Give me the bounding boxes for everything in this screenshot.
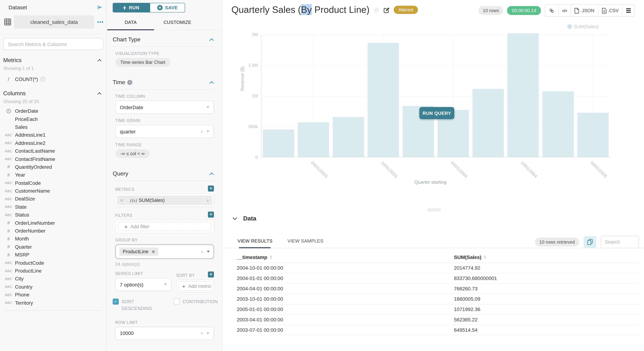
metrics-section-header[interactable]: Metrics — [3, 57, 102, 64]
row-limit-select[interactable]: 10000 × — [115, 327, 214, 340]
run-query-button[interactable]: RUN QUERY — [419, 107, 454, 119]
clear-icon[interactable]: × — [200, 330, 203, 336]
column-label: AddressLine1 — [15, 132, 46, 138]
time-section-header[interactable]: Timei — [113, 73, 214, 90]
add-sort-metric-dropzone[interactable]: + Add metric — [178, 282, 212, 291]
tab-data[interactable]: DATA — [107, 14, 154, 30]
column-item[interactable]: #Month — [3, 235, 106, 243]
search-metrics-columns-input[interactable] — [3, 38, 104, 50]
column-header-__timestamp[interactable]: __timestamp — [237, 254, 454, 260]
clear-icon[interactable]: × — [201, 249, 204, 254]
favorite-star-icon[interactable]: ☆ — [374, 6, 380, 14]
column-item[interactable]: ABCCountry — [3, 283, 106, 291]
remove-metric-icon[interactable]: × — [117, 198, 126, 203]
metrics-label: METRICS — [115, 187, 134, 192]
time-grain-label: TIME GRAIN — [115, 118, 214, 123]
columns-title: Columns — [3, 90, 26, 97]
collapse-panel-icon[interactable] — [97, 5, 102, 10]
chart-type-section-header[interactable]: Chart Type — [113, 30, 214, 47]
column-item[interactable]: #OrderLineNumber — [3, 219, 106, 227]
caret-down-icon — [206, 106, 209, 108]
view-query-button[interactable]: </> — [558, 5, 571, 16]
copy-data-button[interactable] — [584, 236, 596, 248]
chart-title[interactable]: Quarterly Sales (By Product Line) — [232, 4, 370, 15]
column-item[interactable]: ABCDealSize — [3, 195, 106, 203]
clear-icon[interactable]: × — [200, 128, 203, 134]
export-json-button[interactable]: .JSON — [571, 5, 598, 16]
column-item[interactable]: ABCAddressLine2 — [3, 139, 106, 147]
metric-item[interactable]: ƒ COUNT(*) ? — [3, 75, 106, 83]
column-item[interactable]: #QuantityOrdered — [3, 163, 106, 171]
sort-descending-checkbox[interactable]: ✓ — [113, 298, 119, 305]
column-item[interactable]: ABCPostalCode — [3, 179, 106, 187]
column-label: Sales — [15, 124, 28, 130]
help-icon[interactable]: ? — [40, 77, 45, 82]
dataset-menu-icon[interactable]: ••• — [97, 19, 104, 25]
data-section-title[interactable]: Data — [243, 215, 256, 222]
columns-section-header[interactable]: Columns — [3, 90, 102, 97]
chart-menu-button[interactable] — [622, 5, 634, 16]
text-type-icon: ABC — [3, 213, 14, 217]
column-item[interactable]: #OrderNumber — [3, 227, 106, 235]
text-type-icon: ABC — [3, 141, 14, 145]
column-item[interactable]: ABCProductLine — [3, 267, 106, 275]
export-csv-button[interactable]: .CSV — [598, 5, 622, 16]
run-button[interactable]: RUN — [113, 3, 150, 12]
time-range-value[interactable]: -∞ ≤ col < ∞ — [115, 149, 150, 158]
add-filter-dropzone[interactable]: + Add filter — [118, 222, 211, 231]
chevron-right-icon[interactable]: › — [203, 198, 212, 203]
column-label: MSRP — [15, 252, 30, 258]
column-item[interactable]: PriceEach — [3, 115, 106, 123]
tab-view-results[interactable]: VIEW RESULTS — [238, 238, 272, 244]
time-column-select[interactable]: OrderDate — [115, 100, 214, 114]
table-search-input[interactable] — [601, 236, 639, 248]
number-type-icon: # — [3, 236, 14, 242]
column-item[interactable]: ABCPhone — [3, 291, 106, 299]
column-item[interactable]: Sales — [3, 123, 106, 131]
y-axis-tick: 2M — [252, 32, 261, 37]
column-item[interactable]: ABCContactFirstName — [3, 155, 106, 163]
column-item[interactable]: #Year — [3, 171, 106, 179]
column-item[interactable]: ABCStatus — [3, 211, 106, 219]
tab-customize[interactable]: CUSTOMIZE — [154, 14, 201, 30]
caret-down-icon — [206, 130, 209, 132]
chart-legend[interactable]: SUM(Sales) — [567, 24, 599, 29]
column-header-SUM(Sales)[interactable]: SUM(Sales) — [454, 254, 639, 260]
column-item[interactable]: ABCProductCode — [3, 259, 106, 267]
column-item[interactable]: OrderDate — [3, 107, 106, 115]
group-by-select[interactable]: ProductLine✕ × — [115, 244, 214, 259]
column-item[interactable]: ABCContactLastName — [3, 147, 106, 155]
add-sort-metric-button[interactable]: + — [208, 272, 214, 278]
viz-type-value[interactable]: Time-series Bar Chart — [115, 58, 170, 67]
add-filter-button[interactable]: + — [208, 212, 214, 218]
dataset-name[interactable]: cleaned_sales_data — [14, 15, 94, 28]
column-item[interactable]: ABCTerritory — [3, 299, 106, 307]
column-label: Status — [15, 212, 29, 218]
remove-chip-icon[interactable]: ✕ — [152, 249, 155, 254]
column-item[interactable]: ABCCustomerName — [3, 187, 106, 195]
add-metric-button[interactable]: + — [208, 186, 214, 192]
edit-title-icon[interactable] — [384, 6, 390, 13]
columns-list: OrderDatePriceEachSalesABCAddressLine1AB… — [3, 107, 106, 307]
series-limit-select[interactable]: 7 option(s) — [115, 278, 172, 291]
save-button[interactable]: SAVE — [150, 3, 185, 12]
group-by-chip[interactable]: ProductLine✕ — [120, 248, 158, 256]
panel-resize-handle[interactable] — [428, 209, 441, 212]
column-item[interactable]: ABCState — [3, 203, 106, 211]
contribution-checkbox[interactable] — [174, 298, 180, 305]
query-section-header[interactable]: Query — [113, 164, 214, 181]
x-axis-tick: 10/01/2003 — [380, 160, 398, 179]
altered-badge[interactable]: Altered — [394, 6, 418, 14]
column-item[interactable]: #MSRP — [3, 251, 106, 259]
column-item[interactable]: ABCCity — [3, 275, 106, 283]
cell-timestamp: 2004-10-01 00:00:00 — [237, 265, 454, 271]
column-item[interactable]: #Quarter — [3, 243, 106, 251]
tab-view-samples[interactable]: VIEW SAMPLES — [288, 238, 323, 244]
chevron-down-icon[interactable] — [232, 217, 237, 220]
share-link-button[interactable] — [545, 5, 558, 16]
sort-by-label: SORT BY — [176, 273, 195, 278]
time-grain-select[interactable]: quarter × — [115, 125, 214, 138]
column-item[interactable]: ABCAddressLine1 — [3, 131, 106, 139]
bar-2005-01-01 — [542, 91, 574, 157]
metric-pill[interactable]: × ƒ(x)SUM(Sales) › — [117, 196, 212, 205]
